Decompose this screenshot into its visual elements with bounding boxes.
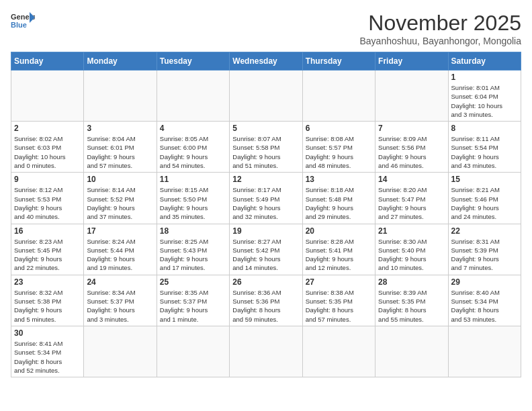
- calendar-day-cell: 7Sunrise: 8:09 AM Sunset: 5:56 PM Daylig…: [375, 122, 448, 173]
- day-number: 3: [87, 124, 153, 133]
- calendar-day-cell: 6Sunrise: 8:08 AM Sunset: 5:57 PM Daylig…: [302, 122, 375, 173]
- day-info: Sunrise: 8:05 AM Sunset: 6:00 PM Dayligh…: [160, 134, 226, 170]
- day-info: Sunrise: 8:14 AM Sunset: 5:52 PM Dayligh…: [87, 185, 153, 221]
- day-number: 7: [378, 124, 445, 133]
- day-info: Sunrise: 8:38 AM Sunset: 5:35 PM Dayligh…: [306, 288, 372, 324]
- day-info: Sunrise: 8:02 AM Sunset: 6:03 PM Dayligh…: [14, 134, 81, 170]
- day-info: Sunrise: 8:28 AM Sunset: 5:41 PM Dayligh…: [306, 237, 372, 273]
- day-header-wednesday: Wednesday: [230, 52, 302, 71]
- day-info: Sunrise: 8:32 AM Sunset: 5:38 PM Dayligh…: [14, 288, 81, 324]
- day-info: Sunrise: 8:15 AM Sunset: 5:50 PM Dayligh…: [160, 185, 226, 221]
- day-number: 1: [451, 73, 518, 82]
- calendar-day-cell: 20Sunrise: 8:28 AM Sunset: 5:41 PM Dayli…: [302, 224, 375, 275]
- day-info: Sunrise: 8:01 AM Sunset: 6:04 PM Dayligh…: [451, 83, 518, 119]
- day-header-monday: Monday: [84, 52, 157, 71]
- calendar-day-cell: 27Sunrise: 8:38 AM Sunset: 5:35 PM Dayli…: [302, 275, 375, 326]
- calendar-day-cell: [84, 326, 157, 377]
- day-header-tuesday: Tuesday: [157, 52, 229, 71]
- calendar-week-row: 1Sunrise: 8:01 AM Sunset: 6:04 PM Daylig…: [11, 71, 521, 122]
- calendar-day-cell: [375, 326, 448, 377]
- day-info: Sunrise: 8:12 AM Sunset: 5:53 PM Dayligh…: [14, 185, 81, 221]
- calendar-day-cell: 28Sunrise: 8:39 AM Sunset: 5:35 PM Dayli…: [375, 275, 448, 326]
- svg-text:Blue: Blue: [11, 21, 27, 29]
- day-number: 20: [306, 226, 372, 236]
- day-header-friday: Friday: [375, 52, 448, 71]
- calendar-day-cell: 5Sunrise: 8:07 AM Sunset: 5:58 PM Daylig…: [230, 122, 302, 173]
- day-info: Sunrise: 8:17 AM Sunset: 5:49 PM Dayligh…: [232, 185, 299, 221]
- calendar-day-cell: 8Sunrise: 8:11 AM Sunset: 5:54 PM Daylig…: [448, 122, 521, 173]
- calendar-day-cell: 24Sunrise: 8:34 AM Sunset: 5:37 PM Dayli…: [84, 275, 157, 326]
- day-number: 5: [232, 124, 299, 133]
- calendar-day-cell: 17Sunrise: 8:24 AM Sunset: 5:44 PM Dayli…: [84, 224, 157, 275]
- day-info: Sunrise: 8:35 AM Sunset: 5:37 PM Dayligh…: [160, 288, 226, 324]
- calendar-day-cell: 4Sunrise: 8:05 AM Sunset: 6:00 PM Daylig…: [157, 122, 229, 173]
- calendar-day-cell: 9Sunrise: 8:12 AM Sunset: 5:53 PM Daylig…: [11, 173, 84, 224]
- calendar-week-row: 30Sunrise: 8:41 AM Sunset: 5:34 PM Dayli…: [11, 326, 521, 377]
- calendar-day-cell: 23Sunrise: 8:32 AM Sunset: 5:38 PM Dayli…: [11, 275, 84, 326]
- location-subtitle: Bayanhoshuu, Bayanhongor, Mongolia: [359, 36, 521, 46]
- calendar-table: SundayMondayTuesdayWednesdayThursdayFrid…: [11, 52, 521, 377]
- day-info: Sunrise: 8:34 AM Sunset: 5:37 PM Dayligh…: [87, 288, 153, 324]
- day-info: Sunrise: 8:20 AM Sunset: 5:47 PM Dayligh…: [378, 185, 445, 221]
- calendar-day-cell: 1Sunrise: 8:01 AM Sunset: 6:04 PM Daylig…: [448, 71, 521, 122]
- calendar-day-cell: 16Sunrise: 8:23 AM Sunset: 5:45 PM Dayli…: [11, 224, 84, 275]
- day-number: 4: [160, 124, 226, 133]
- calendar-week-row: 9Sunrise: 8:12 AM Sunset: 5:53 PM Daylig…: [11, 173, 521, 224]
- calendar-day-cell: [157, 326, 229, 377]
- day-number: 29: [451, 277, 518, 287]
- title-section: November 2025 Bayanhoshuu, Bayanhongor, …: [359, 11, 521, 46]
- calendar-day-cell: 15Sunrise: 8:21 AM Sunset: 5:46 PM Dayli…: [448, 173, 521, 224]
- calendar-week-row: 16Sunrise: 8:23 AM Sunset: 5:45 PM Dayli…: [11, 224, 521, 275]
- calendar-day-cell: 14Sunrise: 8:20 AM Sunset: 5:47 PM Dayli…: [375, 173, 448, 224]
- day-info: Sunrise: 8:11 AM Sunset: 5:54 PM Dayligh…: [451, 134, 518, 170]
- day-info: Sunrise: 8:30 AM Sunset: 5:40 PM Dayligh…: [378, 237, 445, 273]
- calendar-day-cell: 25Sunrise: 8:35 AM Sunset: 5:37 PM Dayli…: [157, 275, 229, 326]
- calendar-day-cell: [230, 71, 302, 122]
- day-number: 26: [232, 277, 299, 287]
- day-info: Sunrise: 8:23 AM Sunset: 5:45 PM Dayligh…: [14, 237, 81, 273]
- day-info: Sunrise: 8:08 AM Sunset: 5:57 PM Dayligh…: [306, 134, 372, 170]
- calendar-day-cell: 11Sunrise: 8:15 AM Sunset: 5:50 PM Dayli…: [157, 173, 229, 224]
- calendar-day-cell: 29Sunrise: 8:40 AM Sunset: 5:34 PM Dayli…: [448, 275, 521, 326]
- day-number: 14: [378, 175, 445, 184]
- day-info: Sunrise: 8:25 AM Sunset: 5:43 PM Dayligh…: [160, 237, 226, 273]
- day-header-thursday: Thursday: [302, 52, 375, 71]
- day-number: 10: [87, 175, 153, 184]
- calendar-day-cell: [302, 326, 375, 377]
- day-number: 18: [160, 226, 226, 236]
- day-number: 6: [306, 124, 372, 133]
- day-header-sunday: Sunday: [11, 52, 84, 71]
- day-info: Sunrise: 8:36 AM Sunset: 5:36 PM Dayligh…: [232, 288, 299, 324]
- day-number: 24: [87, 277, 153, 287]
- calendar-day-cell: [230, 326, 302, 377]
- calendar-day-cell: 13Sunrise: 8:18 AM Sunset: 5:48 PM Dayli…: [302, 173, 375, 224]
- header: General Blue November 2025 Bayanhoshuu, …: [11, 11, 521, 46]
- calendar-day-cell: 30Sunrise: 8:41 AM Sunset: 5:34 PM Dayli…: [11, 326, 84, 377]
- calendar-day-cell: [84, 71, 157, 122]
- month-title: November 2025: [359, 11, 521, 36]
- day-info: Sunrise: 8:21 AM Sunset: 5:46 PM Dayligh…: [451, 185, 518, 221]
- day-number: 16: [14, 226, 81, 236]
- calendar-week-row: 23Sunrise: 8:32 AM Sunset: 5:38 PM Dayli…: [11, 275, 521, 326]
- day-number: 21: [378, 226, 445, 236]
- day-info: Sunrise: 8:04 AM Sunset: 6:01 PM Dayligh…: [87, 134, 153, 170]
- day-number: 30: [14, 328, 81, 338]
- calendar-day-cell: [157, 71, 229, 122]
- day-info: Sunrise: 8:31 AM Sunset: 5:39 PM Dayligh…: [451, 237, 518, 273]
- calendar-day-cell: 22Sunrise: 8:31 AM Sunset: 5:39 PM Dayli…: [448, 224, 521, 275]
- day-number: 27: [306, 277, 372, 287]
- calendar-day-cell: 12Sunrise: 8:17 AM Sunset: 5:49 PM Dayli…: [230, 173, 302, 224]
- day-number: 23: [14, 277, 81, 287]
- calendar-header-row: SundayMondayTuesdayWednesdayThursdayFrid…: [11, 52, 521, 71]
- calendar-day-cell: 2Sunrise: 8:02 AM Sunset: 6:03 PM Daylig…: [11, 122, 84, 173]
- day-number: 19: [232, 226, 299, 236]
- logo-icon: General Blue: [11, 11, 35, 31]
- calendar-day-cell: [302, 71, 375, 122]
- calendar-day-cell: [448, 326, 521, 377]
- day-info: Sunrise: 8:09 AM Sunset: 5:56 PM Dayligh…: [378, 134, 445, 170]
- calendar-day-cell: [375, 71, 448, 122]
- day-number: 22: [451, 226, 518, 236]
- day-info: Sunrise: 8:40 AM Sunset: 5:34 PM Dayligh…: [451, 288, 518, 324]
- day-number: 2: [14, 124, 81, 133]
- logo: General Blue: [11, 11, 35, 31]
